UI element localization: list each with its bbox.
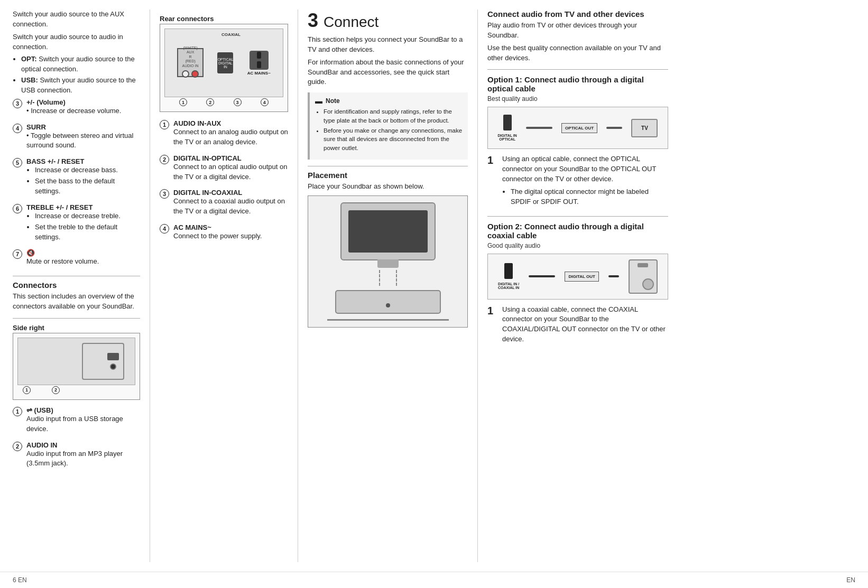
conn-item-desc-1: Connect to an analog audio output on the…: [173, 127, 288, 147]
conn-item-1: 1 AUDIO IN-AUX Connect to an analog audi…: [160, 119, 288, 150]
column-3: 3 Connect This section helps you connect…: [298, 10, 478, 562]
conn-item-desc-4: Connect to the power supply.: [173, 231, 288, 241]
bass-item-2: Set the bass to the default settings.: [35, 176, 140, 197]
conn-item-title-4: AC MAINS~: [173, 223, 288, 231]
connect-audio-desc2: Use the best quality connection availabl…: [487, 43, 668, 63]
conn-item-title-1: AUDIO IN-AUX: [173, 119, 288, 127]
column-2: Rear connectors (WHITE)AUXR(RED)AUDIO IN: [150, 10, 298, 562]
option1-quality: Best quality audio: [487, 95, 668, 102]
aux-rect: (WHITE)AUXR(RED)AUDIO IN: [177, 48, 204, 77]
connector-inner: (WHITE)AUXR(RED)AUDIO IN OPTICALDIGITAL …: [164, 29, 283, 97]
ac-mains-group: AC MAINS~: [247, 51, 271, 76]
optical-left-connector: DIGITAL INOPTICAL: [498, 115, 517, 141]
note-item-2: Before you make or change any connection…: [324, 126, 463, 153]
connector-num-labels: 1 2 3 4: [164, 97, 283, 107]
option1-step-text: Using an optical cable, connect the OPTI…: [502, 154, 668, 184]
power-hole-1: [257, 52, 261, 59]
conn-item-title-2: DIGITAL IN-OPTICAL: [173, 154, 288, 162]
option1-step: 1 Using an optical cable, connect the OP…: [487, 154, 668, 209]
side-right-box: 1 2: [13, 333, 140, 400]
section-mute: 7 🔇 Mute or restore volume.: [13, 249, 140, 269]
placement-heading: Placement: [308, 171, 468, 180]
mute-icon-label: 🔇: [26, 249, 35, 257]
conn-num-3: 3: [234, 98, 242, 106]
note-item-1: For identification and supply ratings, r…: [324, 107, 463, 125]
option2-step-num: 1: [487, 305, 498, 347]
coaxial-connector-group: COAXIAL: [221, 32, 241, 37]
option1-step-num: 1: [487, 154, 498, 209]
audio-in-text: Switch your audio source to audio in con…: [13, 32, 140, 52]
conn-item-num-2: 2: [160, 155, 169, 164]
option1-bullet: The digital optical connector might be l…: [511, 187, 668, 207]
section3-num: 3: [308, 10, 318, 32]
bass-item-1: Increase or decrease bass.: [35, 165, 140, 175]
option2-step: 1 Using a coaxial cable, connect the COA…: [487, 305, 668, 347]
option2-quality: Good quality audio: [487, 242, 668, 249]
section3-title: Connect: [324, 14, 378, 31]
connect-audio-desc1: Play audio from TV or other devices thro…: [487, 21, 668, 41]
power-plug-icon: [250, 51, 269, 70]
side-right-heading: Side right: [13, 324, 140, 332]
conn-item-3: 3 DIGITAL IN-COAXIAL Connect to a coaxia…: [160, 189, 288, 219]
aux-connector-group: (WHITE)AUXR(RED)AUDIO IN: [177, 48, 204, 78]
connectors-desc: This section includes an overview of the…: [13, 292, 140, 312]
opt-item: OPT: Switch your audio source to the opt…: [21, 54, 140, 74]
conn-num-4: 4: [261, 98, 269, 106]
conn-item-num-3: 3: [160, 189, 169, 199]
section3-intro2: For information about the basic connecti…: [308, 58, 468, 88]
treble-title: TREBLE +/- / RESET: [26, 203, 93, 211]
placement-desc: Place your Soundbar as shown below.: [308, 182, 468, 192]
num-4: 4: [13, 124, 22, 133]
optical-diagram: DIGITAL INOPTICAL OPTICAL OUT TV: [487, 107, 668, 149]
usb-title: ⇌ (USB): [26, 406, 53, 414]
ac-label: AC MAINS~: [247, 71, 271, 76]
conn-item-4: 4 AC MAINS~ Connect to the power supply.: [160, 223, 288, 244]
volume-title: +/- (Volume): [26, 98, 66, 106]
connect-audio-heading: Connect audio from TV and other devices: [487, 10, 668, 18]
treble-item-1: Increase or decrease treble.: [35, 211, 140, 221]
audio-in-section: 2 AUDIO IN Audio input from an MP3 playe…: [13, 441, 140, 472]
volume-desc: • Increase or decrease volume.: [26, 106, 140, 116]
conn-item-num-4: 4: [160, 224, 169, 234]
usb-item: USB: Switch your audio source to the USB…: [21, 76, 140, 96]
note-title-text: Note: [326, 97, 340, 105]
optical-block: OPTICALDIGITAL IN: [217, 52, 233, 73]
soundbar-diagram: [327, 202, 449, 321]
conn-item-desc-2: Connect to an optical audio output on th…: [173, 162, 288, 182]
section3-intro: This section helps you connect your Soun…: [308, 35, 468, 55]
num-5: 5: [13, 158, 22, 167]
connectors-heading: Connectors: [13, 281, 140, 290]
rca-white-icon: [182, 70, 189, 78]
audio-in-num: 2: [13, 442, 22, 451]
usb-num: 1: [13, 407, 22, 416]
audio-in-desc: Audio input from an MP3 player (3.5mm ja…: [26, 449, 140, 469]
conn-num-2: 2: [206, 98, 214, 106]
audio-jack-icon: [110, 363, 116, 370]
column-4: Connect audio from TV and other devices …: [478, 10, 668, 562]
option2-heading: Option 2: Connect audio through a digita…: [487, 222, 668, 240]
option2-step-text: Using a coaxial cable, connect the COAXI…: [502, 305, 668, 344]
side-num-1: 1: [23, 386, 31, 394]
num-7: 7: [13, 249, 22, 259]
num-3: 3: [13, 99, 22, 108]
usb-section: 1 ⇌ (USB) Audio input from a USB storage…: [13, 406, 140, 437]
conn-item-title-3: DIGITAL IN-COAXIAL: [173, 189, 288, 197]
optical-out-box: OPTICAL OUT: [561, 123, 597, 133]
conn-item-2: 2 DIGITAL IN-OPTICAL Connect to an optic…: [160, 154, 288, 185]
audio-in-title: AUDIO IN: [26, 441, 58, 449]
treble-item-2: Set the treble to the default settings.: [35, 222, 140, 242]
usb-port-icon: [107, 353, 119, 360]
mute-desc: Mute or restore volume.: [26, 257, 140, 267]
conn-item-desc-3: Connect to a coaxial audio output on the…: [173, 197, 288, 217]
coaxial-device: [629, 259, 658, 294]
footer-right: EN: [846, 576, 855, 584]
aux-text: Switch your audio source to the AUX conn…: [13, 10, 140, 30]
usb-desc: Audio input from a USB storage device.: [26, 414, 140, 434]
coaxial-diagram: DIGITAL IN /COAXIAL IN DIGITAL OUT: [487, 254, 668, 300]
optical-cable-2: [606, 127, 622, 129]
footer-left: 6 EN: [13, 576, 27, 584]
coaxial-cable-2: [608, 275, 619, 277]
rear-connectors-box: (WHITE)AUXR(RED)AUDIO IN OPTICALDIGITAL …: [160, 24, 288, 112]
side-num-2: 2: [52, 386, 60, 394]
rca-red-icon: [191, 70, 199, 78]
